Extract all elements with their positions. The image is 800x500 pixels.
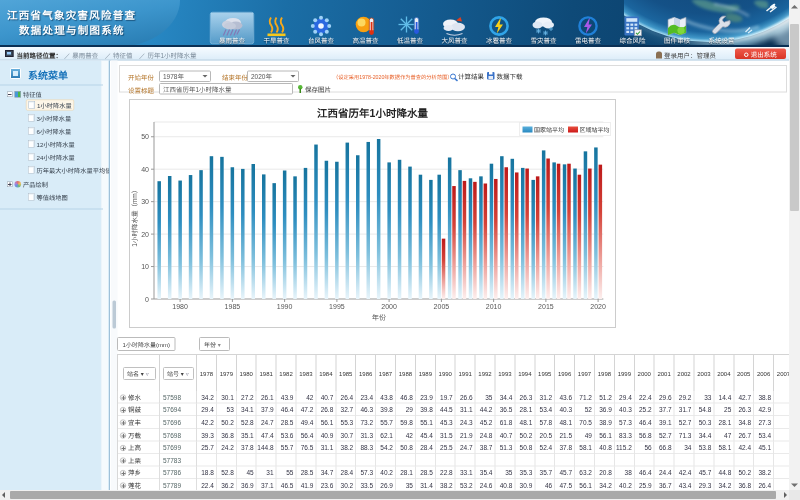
svg-text:2000: 2000 bbox=[381, 301, 397, 311]
svg-text:1990: 1990 bbox=[277, 301, 293, 311]
svg-text:1980: 1980 bbox=[172, 301, 188, 311]
svg-text:2020: 2020 bbox=[590, 301, 606, 311]
svg-text:30: 30 bbox=[141, 196, 149, 206]
svg-text:1985: 1985 bbox=[225, 301, 241, 311]
svg-text:40: 40 bbox=[141, 164, 149, 174]
svg-text:50: 50 bbox=[141, 131, 149, 141]
svg-text:20: 20 bbox=[141, 229, 149, 239]
svg-text:10: 10 bbox=[141, 261, 149, 271]
svg-text:0: 0 bbox=[145, 294, 149, 304]
svg-text:2015: 2015 bbox=[538, 301, 554, 311]
svg-text:1995: 1995 bbox=[329, 301, 345, 311]
svg-text:2010: 2010 bbox=[486, 301, 502, 311]
svg-text:2005: 2005 bbox=[434, 301, 450, 311]
